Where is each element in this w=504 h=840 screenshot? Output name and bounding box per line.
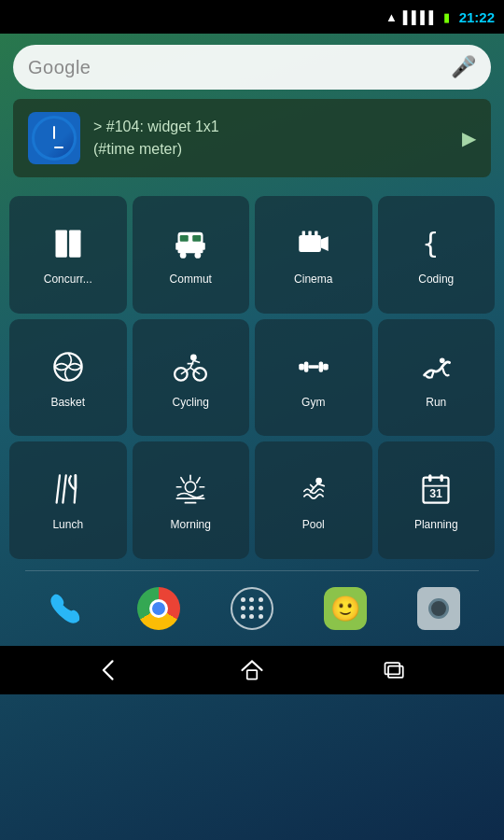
app-run-label: Run <box>426 396 446 409</box>
cycling-icon <box>174 350 207 388</box>
dock-app-drawer[interactable] <box>225 581 279 636</box>
svg-point-38 <box>315 478 322 484</box>
messenger-icon: 🙂 <box>324 587 367 630</box>
status-time: 21:22 <box>459 9 495 25</box>
app-coding-label: Coding <box>418 273 454 286</box>
app-grid: Concurr... Commut Cinema { } Coding Bask… <box>0 190 504 565</box>
drawer-dot <box>249 597 254 602</box>
app-morning[interactable]: Morning <box>133 441 250 559</box>
svg-rect-44 <box>247 670 258 679</box>
drawer-dot <box>259 597 263 602</box>
app-morning-label: Morning <box>171 518 211 531</box>
braces-icon: { } <box>419 227 453 265</box>
dock-chrome[interactable] <box>132 581 186 636</box>
chrome-inner <box>149 599 168 618</box>
drawer-dot <box>241 614 245 619</box>
svg-point-30 <box>440 357 445 363</box>
svg-rect-3 <box>176 243 179 250</box>
dock-phone[interactable] <box>38 581 92 636</box>
recents-button[interactable] <box>374 650 415 691</box>
svg-point-35 <box>186 482 196 492</box>
svg-rect-14 <box>315 231 317 236</box>
wifi-icon: ▲ <box>385 10 398 24</box>
camera-lens <box>428 598 449 619</box>
app-gym[interactable]: Gym <box>255 319 372 437</box>
smiley-icon: 🙂 <box>330 596 360 621</box>
app-run[interactable]: Run <box>378 319 496 437</box>
widget-clock-icon <box>28 112 80 164</box>
dock: 🙂 <box>0 571 504 646</box>
app-cycling[interactable]: Cycling <box>133 319 250 437</box>
dock-messenger[interactable]: 🙂 <box>318 581 372 636</box>
chrome-icon <box>137 587 180 630</box>
app-cinema[interactable]: Cinema <box>255 196 372 314</box>
signal-icon: ▌▌▌▌ <box>403 10 438 24</box>
app-basket-label: Basket <box>50 396 85 409</box>
bus-icon <box>174 227 207 265</box>
svg-line-32 <box>63 476 65 503</box>
app-drawer-icon <box>231 587 273 630</box>
app-coding[interactable]: { } Coding <box>378 196 496 314</box>
battery-icon: ▮ <box>443 10 450 24</box>
search-bar[interactable]: Google 🎤 <box>13 45 491 90</box>
svg-rect-6 <box>193 235 202 242</box>
app-lunch-label: Lunch <box>52 518 83 531</box>
svg-point-19 <box>190 354 197 360</box>
app-cinema-label: Cinema <box>294 273 332 286</box>
drawer-dot <box>249 614 254 619</box>
status-bar: ▲ ▌▌▌▌ ▮ 21:22 <box>0 0 504 34</box>
svg-rect-25 <box>299 363 304 370</box>
back-button[interactable] <box>89 650 130 691</box>
app-lunch[interactable]: Lunch <box>9 441 127 559</box>
drawer-dot <box>241 606 245 610</box>
app-cycling-label: Cycling <box>173 396 209 409</box>
nav-bar <box>0 646 504 694</box>
planning-icon: 31 <box>419 472 453 511</box>
svg-text:{ }: { } <box>423 228 454 259</box>
svg-rect-13 <box>308 231 311 236</box>
drawer-dot <box>249 606 254 610</box>
drawer-dot <box>241 597 245 602</box>
svg-rect-41 <box>441 475 443 483</box>
svg-line-23 <box>194 360 201 362</box>
book-icon <box>51 227 85 265</box>
dock-camera[interactable] <box>412 581 466 636</box>
lunch-icon <box>51 472 85 511</box>
drawer-dot <box>259 606 263 610</box>
svg-rect-12 <box>301 231 304 236</box>
svg-rect-4 <box>203 243 205 250</box>
run-icon <box>419 350 453 388</box>
cinema-icon <box>297 227 330 265</box>
home-button[interactable] <box>231 650 273 691</box>
widget-play-icon[interactable]: ▶ <box>462 127 476 149</box>
svg-marker-11 <box>321 236 329 251</box>
drawer-dot <box>259 614 263 619</box>
app-pool-label: Pool <box>302 518 325 531</box>
app-planning[interactable]: 31 Planning <box>378 441 496 559</box>
clock-face <box>32 116 77 161</box>
svg-rect-29 <box>323 363 329 370</box>
svg-rect-9 <box>178 250 203 253</box>
svg-rect-26 <box>304 361 309 371</box>
svg-rect-46 <box>388 665 403 677</box>
gym-icon <box>297 350 330 388</box>
app-concurr-label: Concurr... <box>44 273 92 286</box>
svg-rect-27 <box>308 365 318 368</box>
svg-rect-40 <box>428 475 431 483</box>
pool-icon <box>297 472 330 511</box>
mic-icon[interactable]: 🎤 <box>451 55 476 79</box>
widget-text: > #104: widget 1x1 (#time meter) <box>93 116 449 161</box>
app-commut[interactable]: Commut <box>133 196 250 314</box>
app-planning-label: Planning <box>414 518 458 531</box>
app-pool[interactable]: Pool <box>255 441 372 559</box>
svg-line-34 <box>75 488 76 503</box>
svg-rect-2 <box>178 232 203 252</box>
app-concurr[interactable]: Concurr... <box>9 196 127 314</box>
app-gym-label: Gym <box>301 396 325 409</box>
app-basket[interactable]: Basket <box>9 319 127 437</box>
time-meter-widget[interactable]: > #104: widget 1x1 (#time meter) ▶ <box>13 99 491 177</box>
basketball-icon <box>51 350 85 388</box>
svg-rect-5 <box>180 235 189 242</box>
camera-icon <box>417 587 460 630</box>
widget-area: > #104: widget 1x1 (#time meter) ▶ <box>13 99 491 177</box>
